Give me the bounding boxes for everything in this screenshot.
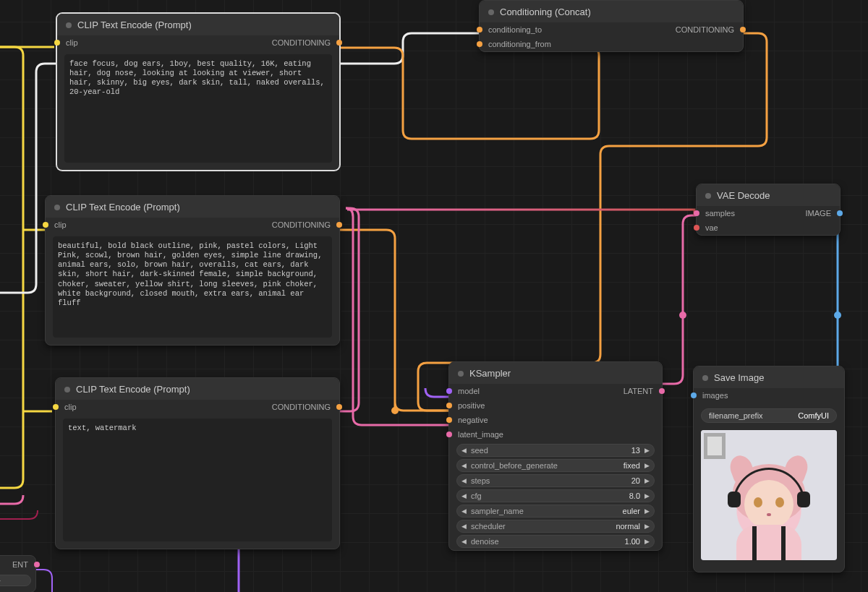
node-clip-text-encode-1[interactable]: CLIP Text Encode (Prompt) clip CONDITION…: [56, 13, 340, 171]
param-cfg[interactable]: ◀cfg8.0▶: [456, 489, 655, 502]
input-port-conditioning-to[interactable]: [477, 27, 482, 33]
output-port-conditioning[interactable]: [740, 27, 746, 33]
output-label: CONDITIONING: [272, 220, 331, 229]
chevron-right-icon[interactable]: ▶: [644, 523, 650, 530]
chevron-right-icon[interactable]: ▶: [644, 538, 650, 545]
input-label: conditioning_to: [488, 25, 542, 34]
collapse-dot-icon[interactable]: [702, 375, 708, 381]
output-port-conditioning[interactable]: [336, 404, 342, 410]
filename-prefix-field[interactable]: filename_prefix ComfyUI: [701, 408, 837, 423]
node-clip-text-encode-2[interactable]: CLIP Text Encode (Prompt) clip CONDITION…: [45, 195, 340, 346]
param-value: euler: [623, 507, 640, 515]
node-clip-text-encode-3[interactable]: CLIP Text Encode (Prompt) clip CONDITION…: [55, 377, 340, 549]
chevron-right-icon[interactable]: ▶: [644, 477, 650, 484]
chevron-left-icon[interactable]: ◀: [461, 538, 467, 545]
param-value: ComfyUI: [798, 411, 829, 420]
prompt-textarea[interactable]: text, watermark: [63, 419, 332, 541]
node-title: Conditioning (Concat): [500, 7, 591, 17]
param-value: normal: [616, 522, 640, 531]
output-port-conditioning[interactable]: [336, 222, 342, 228]
output-label: LATENT: [624, 387, 653, 395]
param-value: 8.0: [629, 492, 640, 500]
param-name: control_before_generate: [471, 461, 624, 470]
param-sampler_name[interactable]: ◀sampler_nameeuler▶: [456, 505, 655, 518]
chevron-left-icon[interactable]: ◀: [461, 507, 467, 515]
param-steps[interactable]: ◀steps20▶: [456, 474, 655, 487]
collapse-dot-icon[interactable]: [458, 371, 464, 377]
node-header[interactable]: CLIP Text Encode (Prompt): [46, 196, 339, 218]
input-label: clip: [64, 403, 77, 411]
input-port-model[interactable]: [446, 388, 452, 394]
chevron-right-icon[interactable]: ▶: [644, 462, 650, 469]
chevron-right-icon[interactable]: ▶: [644, 507, 650, 515]
param-name: cfg: [471, 492, 629, 500]
param-value: 1.00: [625, 537, 640, 546]
node-conditioning-concat[interactable]: Conditioning (Concat) conditioning_to CO…: [479, 0, 744, 52]
chevron-left-icon[interactable]: ◀: [461, 447, 467, 454]
input-port-positive[interactable]: [446, 403, 452, 408]
collapse-dot-icon[interactable]: [705, 193, 711, 199]
node-title: KSampler: [469, 368, 511, 379]
param-control_before_generate[interactable]: ◀control_before_generatefixed▶: [456, 459, 655, 472]
node-header[interactable]: Conditioning (Concat): [480, 1, 743, 22]
output-port-latent[interactable]: [34, 562, 40, 567]
node-ksampler[interactable]: KSampler model LATENT positive negative …: [448, 361, 663, 551]
collapse-dot-icon[interactable]: [66, 22, 72, 28]
node-save-image[interactable]: Save Image images filename_prefix ComfyU…: [693, 366, 845, 572]
input-label: clip: [66, 38, 78, 47]
input-label: model: [458, 387, 480, 395]
output-label: ENT: [12, 560, 28, 569]
node-header[interactable]: CLIP Text Encode (Prompt): [56, 378, 339, 400]
output-port-latent[interactable]: [659, 388, 665, 394]
param-denoise[interactable]: ◀denoise1.00▶: [456, 535, 655, 548]
input-port-vae[interactable]: [694, 225, 699, 231]
node-title: CLIP Text Encode (Prompt): [76, 384, 190, 395]
chevron-left-icon[interactable]: ◀: [461, 492, 467, 499]
node-title: CLIP Text Encode (Prompt): [66, 202, 180, 213]
input-port-latent-image[interactable]: [446, 432, 452, 437]
collapse-dot-icon[interactable]: [64, 387, 70, 392]
chevron-right-icon[interactable]: ▶: [644, 447, 650, 454]
node-title: CLIP Text Encode (Prompt): [77, 20, 192, 30]
param-scheduler[interactable]: ◀schedulernormal▶: [456, 520, 655, 533]
chevron-left-icon[interactable]: ◀: [461, 523, 467, 530]
output-port-image[interactable]: [837, 210, 843, 216]
prompt-textarea[interactable]: face focus, dog ears, 1boy, best quality…: [64, 54, 332, 163]
node-partial-latent[interactable]: ENT ▶: [0, 555, 36, 592]
input-port-samples[interactable]: [694, 210, 699, 216]
param-row[interactable]: ▶: [0, 575, 31, 586]
input-port-clip[interactable]: [53, 404, 59, 410]
node-header[interactable]: KSampler: [449, 362, 662, 384]
output-label: CONDITIONING: [272, 403, 331, 411]
chevron-left-icon[interactable]: ◀: [461, 462, 467, 469]
input-label: latent_image: [458, 430, 503, 439]
chevron-right-icon[interactable]: ▶: [644, 492, 650, 499]
output-label: IMAGE: [806, 209, 831, 218]
input-port-conditioning-from[interactable]: [477, 41, 482, 47]
input-port-negative[interactable]: [446, 417, 452, 423]
input-label: images: [702, 391, 728, 400]
param-name: denoise: [471, 537, 625, 546]
input-label: conditioning_from: [488, 40, 551, 48]
node-header[interactable]: VAE Decode: [697, 184, 840, 206]
input-port-images[interactable]: [691, 392, 697, 398]
prompt-textarea[interactable]: beautiful, bold black outline, pink, pas…: [53, 236, 332, 338]
chevron-left-icon[interactable]: ◀: [461, 477, 467, 484]
chevron-right-icon: ▶: [0, 577, 1, 584]
param-seed[interactable]: ◀seed13▶: [456, 444, 655, 457]
param-value: 13: [631, 446, 640, 455]
param-value: fixed: [624, 461, 640, 470]
input-label: negative: [458, 416, 488, 424]
input-label: samples: [705, 209, 735, 218]
output-port-conditioning[interactable]: [336, 40, 342, 46]
node-title: Save Image: [714, 372, 764, 383]
input-port-clip[interactable]: [43, 222, 48, 228]
collapse-dot-icon[interactable]: [488, 9, 494, 15]
node-vae-decode[interactable]: VAE Decode samples IMAGE vae: [696, 184, 841, 236]
input-port-clip[interactable]: [54, 40, 60, 46]
output-image-preview[interactable]: [701, 430, 837, 560]
collapse-dot-icon[interactable]: [54, 205, 60, 210]
param-name: scheduler: [471, 522, 616, 531]
node-header[interactable]: CLIP Text Encode (Prompt): [57, 14, 339, 35]
node-header[interactable]: Save Image: [694, 366, 844, 388]
